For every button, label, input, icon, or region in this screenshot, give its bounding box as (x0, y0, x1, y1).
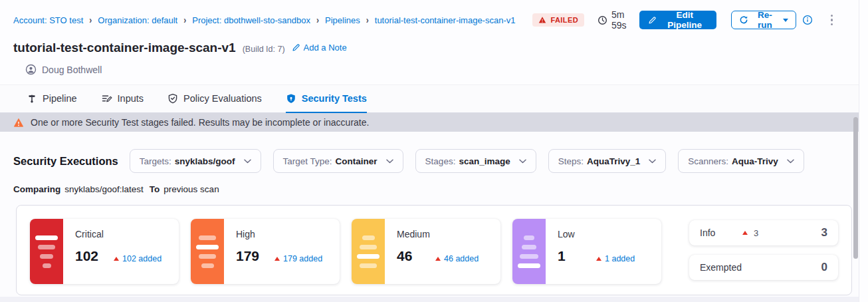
breadcrumb-link[interactable]: Organization: default (98, 15, 177, 25)
severity-count: 46 (397, 248, 435, 264)
tab-label: Security Tests (302, 93, 367, 104)
mini-card-label: Info (700, 227, 742, 238)
chevron-down-icon (519, 159, 526, 164)
comparing-prefix: Comparing (13, 184, 60, 194)
breadcrumb-link[interactable]: Project: dbothwell-sto-sandbox (192, 15, 310, 25)
user-name: Doug Bothwell (42, 65, 102, 75)
mini-card-trend: 3 (742, 228, 785, 238)
severity-card-low[interactable]: Low11 added (512, 219, 661, 284)
gauge-bar (520, 254, 538, 259)
breadcrumb-separator-icon: › (183, 15, 186, 25)
rerun-label: Re-run (753, 10, 776, 30)
filter-bar: Targets:snyklabs/goofTarget Type:Contain… (130, 149, 804, 173)
chevron-down-icon (787, 159, 794, 164)
chevron-down-icon (649, 159, 656, 164)
status-badge: FAILED (532, 13, 584, 27)
breadcrumb-link[interactable]: Account: STO test (13, 15, 83, 25)
page-background-strip (0, 297, 859, 302)
status-badge-label: FAILED (550, 16, 578, 24)
comparing-line: Comparing snyklabs/goof:latest To previo… (0, 173, 868, 194)
title-row: tutorial-test-container-image-scan-v1 (B… (0, 31, 868, 55)
warning-triangle-icon (13, 118, 24, 128)
page-title: tutorial-test-container-image-scan-v1 (13, 41, 236, 55)
right-gutter (859, 0, 868, 302)
tab-bar: PipelineInputsPolicy EvaluationsSecurity… (0, 84, 868, 113)
triangle-up-icon (114, 257, 119, 261)
severity-gauge-icon (512, 219, 546, 284)
severity-label: Low (558, 229, 661, 239)
exempted-card[interactable]: Exempted0 (689, 255, 838, 280)
severity-card-medium[interactable]: Medium4646 added (352, 219, 500, 284)
add-note-link[interactable]: Add a Note (292, 43, 347, 53)
gauge-bar (201, 263, 214, 268)
tab-inputs[interactable]: Inputs (101, 85, 144, 113)
severity-label: Medium (397, 229, 500, 239)
filter-value: Container (336, 156, 378, 166)
policy-shield-icon (167, 93, 178, 104)
user-row: Doug Bothwell (0, 55, 868, 84)
severity-numbers: 11 added (558, 248, 661, 264)
build-id: (Build Id: 7) (243, 45, 285, 54)
pencil-icon (292, 43, 300, 52)
severity-added: 46 added (435, 254, 479, 263)
gauge-bar (40, 254, 53, 259)
filter-label: Stages: (425, 156, 456, 166)
add-note-label: Add a Note (304, 43, 347, 53)
warning-banner: One or more Security Test stages failed.… (0, 113, 868, 132)
severity-numbers: 179179 added (236, 248, 340, 264)
info-circle-icon[interactable] (802, 15, 813, 25)
breadcrumb-separator-icon: › (366, 15, 369, 25)
breadcrumb-link[interactable]: tutorial-test-container-image-scan-v1 (375, 15, 516, 25)
vertical-scrollbar[interactable] (853, 117, 858, 259)
clock-icon (597, 15, 607, 25)
gauge-bar (357, 254, 380, 259)
gauge-bar (43, 263, 51, 268)
filter-label: Target Type: (283, 156, 332, 166)
severity-cards: Critical102102 addedHigh179179 addedMedi… (30, 219, 661, 281)
severity-gauge-icon (191, 219, 224, 284)
severity-count: 179 (236, 248, 274, 264)
triangle-up-icon (435, 257, 441, 261)
filter-value: Aqua-Trivy (732, 156, 778, 166)
tab-security-tests[interactable]: Security Tests (286, 85, 367, 113)
filter-dropdown-steps[interactable]: Steps:AquaTrivy_1 (548, 149, 667, 173)
duration: 5m 59s (597, 9, 639, 31)
refresh-icon (739, 15, 748, 25)
header-actions: Edit Pipeline Re-run (639, 11, 835, 29)
filter-label: Targets: (140, 156, 171, 166)
severity-card-high[interactable]: High179179 added (191, 219, 340, 284)
tab-label: Inputs (118, 93, 144, 104)
comparing-target: snyklabs/goof:latest (64, 184, 144, 194)
filter-value: scan_image (459, 156, 510, 166)
info-card[interactable]: Info33 (689, 220, 838, 245)
pipeline-execution-page: Account: STO test›Organization: default›… (0, 0, 868, 302)
duration-value: 5m 59s (611, 9, 639, 31)
filter-dropdown-targets[interactable]: Targets:snyklabs/goof (130, 149, 261, 173)
filter-dropdown-scanners[interactable]: Scanners:Aqua-Trivy (678, 149, 804, 173)
breadcrumb-link[interactable]: Pipelines (325, 15, 360, 25)
chevron-down-icon (386, 159, 393, 164)
security-executions-row: Security Executions Targets:snyklabs/goo… (0, 132, 868, 173)
severity-added-label: 46 added (444, 254, 479, 263)
severity-label: Critical (75, 229, 179, 239)
rerun-button[interactable]: Re-run (731, 11, 796, 29)
severity-card-body: High179179 added (224, 219, 340, 284)
filter-dropdown-targettype[interactable]: Target Type:Container (273, 149, 403, 173)
more-options-kebab-icon[interactable] (829, 13, 835, 28)
chevron-down-icon (244, 159, 251, 164)
tab-pipeline[interactable]: Pipeline (27, 85, 77, 113)
inputs-icon (101, 93, 112, 104)
tab-label: Pipeline (43, 93, 77, 104)
mini-card-count: 3 (785, 226, 827, 239)
gauge-bar (199, 235, 216, 240)
edit-pipeline-button[interactable]: Edit Pipeline (639, 11, 717, 29)
severity-card-critical[interactable]: Critical102102 added (30, 219, 179, 284)
filter-dropdown-stages[interactable]: Stages:scan_image (415, 149, 536, 173)
tab-policy-evaluations[interactable]: Policy Evaluations (167, 85, 262, 113)
side-cards-column: Info33Exempted0 (689, 219, 838, 281)
gauge-bar (522, 245, 536, 249)
gauge-bar (362, 235, 375, 240)
severity-added-label: 1 added (605, 254, 635, 263)
breadcrumb: Account: STO test›Organization: default›… (0, 0, 868, 31)
triangle-up-icon (596, 257, 601, 261)
